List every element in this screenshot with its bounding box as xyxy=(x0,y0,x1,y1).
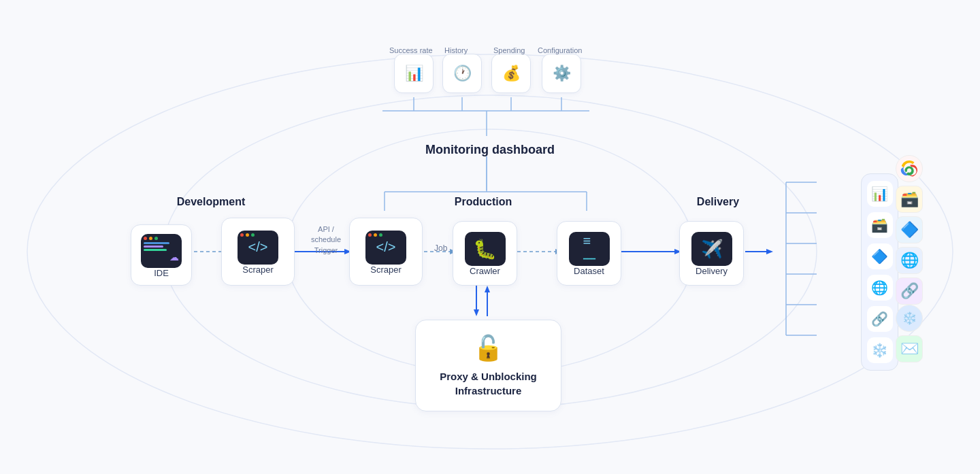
node-crawler: 🐛 Crawler xyxy=(453,221,517,286)
monitoring-label-configuration: Configuration xyxy=(538,46,582,54)
monitoring-label-success-rate: Success rate xyxy=(389,46,433,54)
node-scraper-prod: </> Scraper xyxy=(349,218,423,286)
ide-icon: ☁ xyxy=(141,234,182,268)
scraper-prod-label: Scraper xyxy=(370,265,402,276)
monitoring-dashboard-title: Monitoring dashboard xyxy=(422,143,558,157)
delivery-panel-icon-3: 🔷 xyxy=(867,243,893,269)
node-scraper-dev: </> Scraper xyxy=(221,218,295,286)
integration-azure: 🔷 xyxy=(896,216,923,243)
node-dataset: ≡━━━ Dataset xyxy=(557,221,621,286)
delivery-panel-icon-6: ❄️ xyxy=(867,337,893,363)
delivery-panel-icon-1: 📊 xyxy=(867,181,893,207)
proxy-box: 🔓 Proxy & Unblocking Infrastructure xyxy=(415,320,561,411)
node-ide: ☁ IDE xyxy=(131,224,192,286)
ide-label: IDE xyxy=(154,268,169,280)
svg-marker-26 xyxy=(766,249,773,254)
dataset-icon: ≡━━━ xyxy=(569,232,610,266)
delivery-label: Delivery xyxy=(696,266,728,277)
scraper-prod-icon: </> xyxy=(365,231,406,265)
section-delivery: Delivery xyxy=(670,196,766,208)
monitoring-icon-success-rate[interactable]: 📊 xyxy=(394,54,434,93)
scraper-dev-icon: </> xyxy=(238,231,278,265)
svg-marker-37 xyxy=(485,286,490,292)
scraper-dev-label: Scraper xyxy=(242,265,274,276)
node-delivery: ✈️ Delivery xyxy=(679,221,744,286)
delivery-node-icon: ✈️ xyxy=(691,232,732,266)
crawler-icon: 🐛 xyxy=(465,232,506,266)
crawler-label: Crawler xyxy=(470,266,500,277)
integration-db: 🌐 xyxy=(896,247,923,274)
integration-webhook: 🔗 xyxy=(896,277,923,305)
svg-marker-35 xyxy=(474,309,479,316)
monitoring-icon-configuration[interactable]: ⚙️ xyxy=(542,54,581,93)
delivery-panel-icon-4: 🌐 xyxy=(867,275,893,301)
section-production: Production xyxy=(422,196,544,208)
monitoring-label-spending: Spending xyxy=(493,46,525,54)
diagram-container: 📊 Success rate 🕐 History 💰 Spending ⚙️ C… xyxy=(0,0,980,474)
delivery-panel-icon-2: 🗃️ xyxy=(867,212,893,238)
monitoring-icon-spending[interactable]: 💰 xyxy=(491,54,531,93)
monitoring-icon-history[interactable]: 🕐 xyxy=(442,54,482,93)
proxy-title: Proxy & Unblocking Infrastructure xyxy=(440,369,537,398)
section-development: Development xyxy=(150,196,272,208)
monitoring-label-history: History xyxy=(444,46,468,54)
integration-s3: 🗃️ xyxy=(896,186,923,213)
delivery-panel-icon-5: 🔗 xyxy=(867,306,893,332)
integration-email: ✉️ xyxy=(896,335,923,362)
delivery-icons-panel: 📊 🗃️ 🔷 🌐 🔗 ❄️ xyxy=(861,173,898,371)
job-label: Job xyxy=(434,243,447,253)
integration-snowflake: ❄️ xyxy=(896,305,923,332)
integration-google-cloud xyxy=(896,155,923,182)
api-trigger-label: API /scheduleTrigger xyxy=(302,224,350,256)
dataset-label: Dataset xyxy=(574,266,604,277)
